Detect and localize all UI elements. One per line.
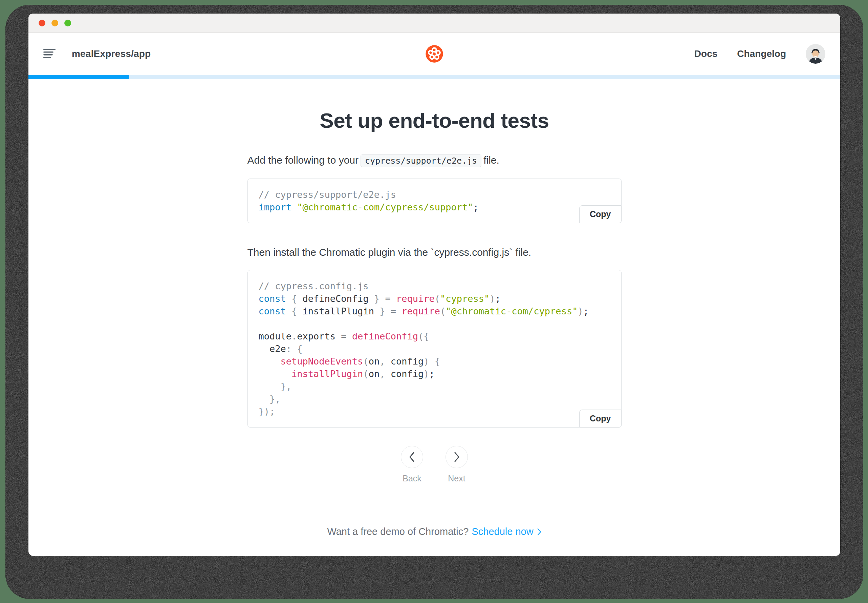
code-block-cypress-config: // cypress.config.jsconst { defineConfig… — [247, 270, 621, 428]
maximize-window-button[interactable] — [64, 20, 71, 26]
next-label: Next — [448, 473, 465, 483]
close-window-button[interactable] — [39, 20, 45, 26]
code-snippet: // cypress/support/e2e.jsimport "@chroma… — [259, 189, 611, 213]
code-block-e2e-support: // cypress/support/e2e.jsimport "@chroma… — [247, 179, 621, 223]
page-title: Set up end-to-end tests — [28, 108, 840, 133]
step1-prefix: Add the following to your — [247, 155, 359, 165]
inline-code-path: cypress/support/e2e.js — [361, 155, 481, 167]
chevron-right-icon — [453, 451, 460, 463]
nav-link-docs[interactable]: Docs — [694, 48, 717, 59]
main-content: Set up end-to-end tests Add the followin… — [28, 108, 840, 537]
step1-suffix: file. — [483, 155, 500, 165]
pager-next: Next — [446, 446, 468, 483]
demo-question: Want a free demo of Chromatic? — [327, 526, 469, 537]
app-window: mealExpress/app Docs Changelog — [28, 14, 840, 556]
next-button[interactable] — [446, 446, 468, 468]
chromatic-logo-icon[interactable] — [426, 45, 444, 63]
user-avatar[interactable] — [806, 44, 825, 64]
app-header: mealExpress/app Docs Changelog — [28, 33, 840, 75]
code-snippet: // cypress.config.jsconst { defineConfig… — [259, 280, 611, 418]
back-button[interactable] — [401, 446, 423, 468]
onboarding-progress-bar — [28, 75, 840, 79]
step1-instruction: Add the following to yourcypress/support… — [247, 153, 621, 168]
chevron-left-icon — [408, 451, 416, 463]
minimize-window-button[interactable] — [51, 20, 58, 26]
nav-link-changelog[interactable]: Changelog — [737, 48, 786, 59]
schedule-demo-label: Schedule now — [472, 526, 533, 537]
pager-back: Back — [401, 446, 423, 483]
progress-fill — [28, 75, 129, 79]
traffic-lights — [39, 20, 71, 26]
copy-button[interactable]: Copy — [579, 410, 621, 428]
schedule-demo-link[interactable]: Schedule now — [472, 526, 541, 537]
demo-footer: Want a free demo of Chromatic? Schedule … — [28, 526, 840, 537]
chevron-right-icon — [537, 528, 542, 536]
back-label: Back — [402, 473, 421, 483]
copy-button[interactable]: Copy — [579, 205, 621, 223]
pager: Back Next — [28, 446, 840, 483]
step2-instruction: Then install the Chromatic plugin via th… — [247, 246, 621, 259]
project-breadcrumb[interactable]: mealExpress/app — [72, 48, 151, 59]
sidebar-menu-icon[interactable] — [43, 49, 56, 59]
window-titlebar — [28, 14, 840, 33]
header-nav: Docs Changelog — [694, 44, 825, 64]
